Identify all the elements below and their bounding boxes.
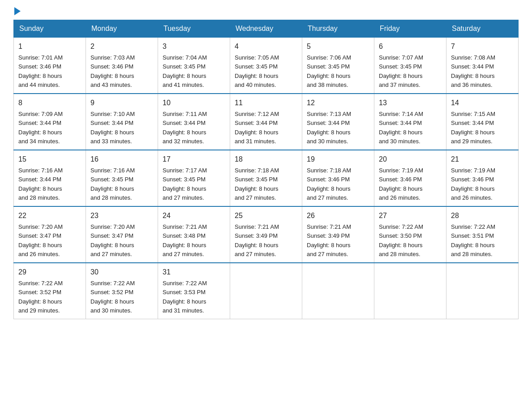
day-info: Sunrise: 7:21 AMSunset: 3:48 PMDaylight:… xyxy=(163,223,207,257)
day-number: 15 xyxy=(18,154,81,165)
day-info: Sunrise: 7:22 AMSunset: 3:52 PMDaylight:… xyxy=(90,280,135,314)
day-info: Sunrise: 7:13 AMSunset: 3:44 PMDaylight:… xyxy=(307,111,351,145)
calendar-cell: 29 Sunrise: 7:22 AMSunset: 3:52 PMDaylig… xyxy=(14,263,86,319)
calendar-cell: 7 Sunrise: 7:08 AMSunset: 3:44 PMDayligh… xyxy=(446,38,519,94)
logo-triangle-icon xyxy=(14,7,21,15)
calendar-cell: 22 Sunrise: 7:20 AMSunset: 3:47 PMDaylig… xyxy=(14,206,86,263)
weekday-header-wednesday: Wednesday xyxy=(230,20,302,38)
day-number: 18 xyxy=(235,154,297,165)
day-info: Sunrise: 7:07 AMSunset: 3:45 PMDaylight:… xyxy=(379,54,423,88)
day-info: Sunrise: 7:03 AMSunset: 3:46 PMDaylight:… xyxy=(90,54,135,88)
weekday-header-saturday: Saturday xyxy=(446,20,519,38)
calendar-cell: 12 Sunrise: 7:13 AMSunset: 3:44 PMDaylig… xyxy=(302,94,374,150)
day-number: 1 xyxy=(18,41,81,52)
day-number: 31 xyxy=(163,267,225,278)
day-info: Sunrise: 7:22 AMSunset: 3:51 PMDaylight:… xyxy=(451,223,495,257)
day-number: 14 xyxy=(451,98,514,108)
day-info: Sunrise: 7:22 AMSunset: 3:53 PMDaylight:… xyxy=(163,280,207,314)
day-info: Sunrise: 7:20 AMSunset: 3:47 PMDaylight:… xyxy=(90,223,135,257)
day-info: Sunrise: 7:08 AMSunset: 3:44 PMDaylight:… xyxy=(451,54,495,88)
day-number: 29 xyxy=(18,267,81,278)
day-info: Sunrise: 7:17 AMSunset: 3:45 PMDaylight:… xyxy=(163,167,207,201)
day-number: 11 xyxy=(235,98,297,108)
day-info: Sunrise: 7:10 AMSunset: 3:44 PMDaylight:… xyxy=(90,111,135,145)
day-info: Sunrise: 7:21 AMSunset: 3:49 PMDaylight:… xyxy=(307,223,351,257)
day-number: 12 xyxy=(307,98,369,108)
calendar-cell xyxy=(302,263,374,319)
day-number: 23 xyxy=(90,210,153,221)
day-info: Sunrise: 7:12 AMSunset: 3:44 PMDaylight:… xyxy=(235,111,279,145)
calendar-cell: 26 Sunrise: 7:21 AMSunset: 3:49 PMDaylig… xyxy=(302,206,374,263)
calendar-cell: 23 Sunrise: 7:20 AMSunset: 3:47 PMDaylig… xyxy=(86,206,158,263)
day-info: Sunrise: 7:19 AMSunset: 3:46 PMDaylight:… xyxy=(379,167,423,201)
calendar-cell: 19 Sunrise: 7:18 AMSunset: 3:46 PMDaylig… xyxy=(302,150,374,206)
calendar-cell: 3 Sunrise: 7:04 AMSunset: 3:45 PMDayligh… xyxy=(158,38,230,94)
calendar-header-row: SundayMondayTuesdayWednesdayThursdayFrid… xyxy=(14,20,519,38)
calendar-cell xyxy=(374,263,446,319)
day-number: 4 xyxy=(235,41,297,52)
day-info: Sunrise: 7:01 AMSunset: 3:46 PMDaylight:… xyxy=(18,54,63,88)
calendar-cell: 27 Sunrise: 7:22 AMSunset: 3:50 PMDaylig… xyxy=(374,206,446,263)
weekday-header-thursday: Thursday xyxy=(302,20,374,38)
calendar-table: SundayMondayTuesdayWednesdayThursdayFrid… xyxy=(13,20,519,319)
calendar-week-row: 15 Sunrise: 7:16 AMSunset: 3:44 PMDaylig… xyxy=(14,150,519,206)
calendar-cell: 9 Sunrise: 7:10 AMSunset: 3:44 PMDayligh… xyxy=(86,94,158,150)
day-info: Sunrise: 7:20 AMSunset: 3:47 PMDaylight:… xyxy=(18,223,63,257)
calendar-cell: 4 Sunrise: 7:05 AMSunset: 3:45 PMDayligh… xyxy=(230,38,302,94)
calendar-cell: 14 Sunrise: 7:15 AMSunset: 3:44 PMDaylig… xyxy=(446,94,519,150)
day-number: 25 xyxy=(235,210,297,221)
day-number: 21 xyxy=(451,154,514,165)
day-number: 17 xyxy=(163,154,225,165)
day-number: 10 xyxy=(163,98,225,108)
calendar-cell: 28 Sunrise: 7:22 AMSunset: 3:51 PMDaylig… xyxy=(446,206,519,263)
day-number: 22 xyxy=(18,210,81,221)
day-info: Sunrise: 7:19 AMSunset: 3:46 PMDaylight:… xyxy=(451,167,495,201)
calendar-cell: 11 Sunrise: 7:12 AMSunset: 3:44 PMDaylig… xyxy=(230,94,302,150)
calendar-cell: 1 Sunrise: 7:01 AMSunset: 3:46 PMDayligh… xyxy=(14,38,86,94)
calendar-cell: 24 Sunrise: 7:21 AMSunset: 3:48 PMDaylig… xyxy=(158,206,230,263)
day-number: 9 xyxy=(90,98,153,108)
calendar-cell xyxy=(230,263,302,319)
day-number: 7 xyxy=(451,41,514,52)
day-number: 24 xyxy=(163,210,225,221)
calendar-week-row: 1 Sunrise: 7:01 AMSunset: 3:46 PMDayligh… xyxy=(14,38,519,94)
day-info: Sunrise: 7:04 AMSunset: 3:45 PMDaylight:… xyxy=(163,54,207,88)
day-info: Sunrise: 7:06 AMSunset: 3:45 PMDaylight:… xyxy=(307,54,351,88)
weekday-header-friday: Friday xyxy=(374,20,446,38)
day-number: 6 xyxy=(379,41,442,52)
weekday-header-tuesday: Tuesday xyxy=(158,20,230,38)
logo-blue-part xyxy=(13,9,21,15)
day-number: 2 xyxy=(90,41,153,52)
calendar-cell: 17 Sunrise: 7:17 AMSunset: 3:45 PMDaylig… xyxy=(158,150,230,206)
logo xyxy=(13,9,21,15)
page-header xyxy=(13,9,519,15)
day-number: 28 xyxy=(451,210,514,221)
calendar-cell: 15 Sunrise: 7:16 AMSunset: 3:44 PMDaylig… xyxy=(14,150,86,206)
day-number: 8 xyxy=(18,98,81,108)
calendar-cell: 5 Sunrise: 7:06 AMSunset: 3:45 PMDayligh… xyxy=(302,38,374,94)
day-number: 16 xyxy=(90,154,153,165)
calendar-cell: 25 Sunrise: 7:21 AMSunset: 3:49 PMDaylig… xyxy=(230,206,302,263)
day-number: 19 xyxy=(307,154,369,165)
day-info: Sunrise: 7:14 AMSunset: 3:44 PMDaylight:… xyxy=(379,111,423,145)
calendar-cell: 16 Sunrise: 7:16 AMSunset: 3:45 PMDaylig… xyxy=(86,150,158,206)
day-info: Sunrise: 7:22 AMSunset: 3:50 PMDaylight:… xyxy=(379,223,423,257)
day-info: Sunrise: 7:16 AMSunset: 3:44 PMDaylight:… xyxy=(18,167,63,201)
calendar-cell: 8 Sunrise: 7:09 AMSunset: 3:44 PMDayligh… xyxy=(14,94,86,150)
day-number: 13 xyxy=(379,98,442,108)
calendar-cell: 18 Sunrise: 7:18 AMSunset: 3:45 PMDaylig… xyxy=(230,150,302,206)
calendar-cell: 31 Sunrise: 7:22 AMSunset: 3:53 PMDaylig… xyxy=(158,263,230,319)
calendar-cell: 2 Sunrise: 7:03 AMSunset: 3:46 PMDayligh… xyxy=(86,38,158,94)
day-info: Sunrise: 7:18 AMSunset: 3:46 PMDaylight:… xyxy=(307,167,351,201)
weekday-header-sunday: Sunday xyxy=(14,20,86,38)
day-info: Sunrise: 7:18 AMSunset: 3:45 PMDaylight:… xyxy=(235,167,279,201)
calendar-cell: 13 Sunrise: 7:14 AMSunset: 3:44 PMDaylig… xyxy=(374,94,446,150)
calendar-week-row: 8 Sunrise: 7:09 AMSunset: 3:44 PMDayligh… xyxy=(14,94,519,150)
day-number: 3 xyxy=(163,41,225,52)
day-info: Sunrise: 7:09 AMSunset: 3:44 PMDaylight:… xyxy=(18,111,63,145)
day-info: Sunrise: 7:22 AMSunset: 3:52 PMDaylight:… xyxy=(18,280,63,314)
calendar-cell: 6 Sunrise: 7:07 AMSunset: 3:45 PMDayligh… xyxy=(374,38,446,94)
weekday-header-monday: Monday xyxy=(86,20,158,38)
calendar-cell xyxy=(446,263,519,319)
calendar-cell: 10 Sunrise: 7:11 AMSunset: 3:44 PMDaylig… xyxy=(158,94,230,150)
